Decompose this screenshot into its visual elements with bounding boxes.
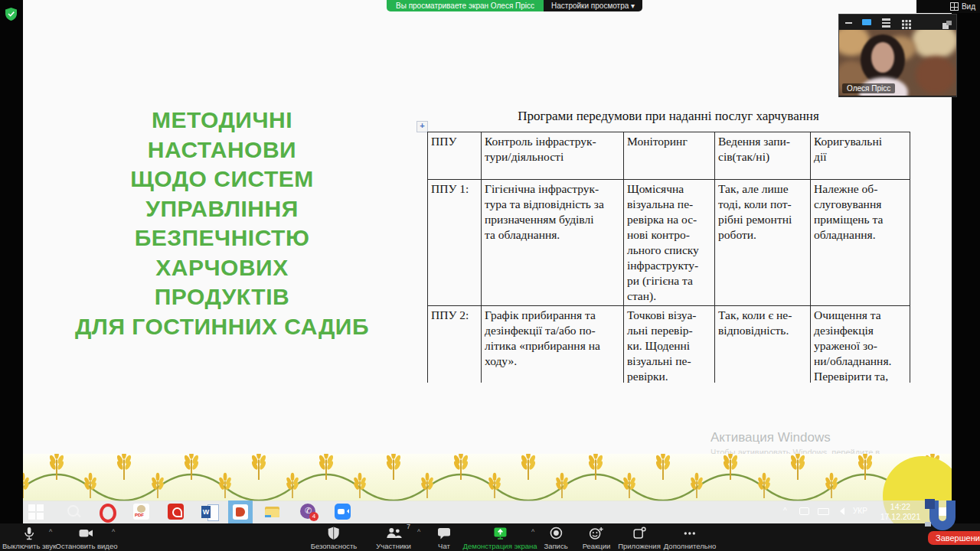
- participant-video-panel: Олеся Прісс: [838, 14, 957, 97]
- encryption-shield-icon[interactable]: [5, 8, 17, 24]
- table-cell: Так, але лише тоді, коли пот- рібні ремо…: [715, 180, 811, 306]
- table-cell: Графік прибирання та дезінфекції та/або …: [482, 306, 624, 383]
- screen-share-banner: Вы просматриваете экран Олеся Прісс Наст…: [387, 0, 642, 11]
- speaker-view-icon[interactable]: [862, 19, 871, 25]
- mute-options-chevron[interactable]: ^: [49, 528, 52, 536]
- tray-chat-icon[interactable]: [799, 507, 809, 515]
- participants-button[interactable]: 7 Участники: [376, 526, 410, 550]
- apps-button[interactable]: Приложения: [618, 526, 661, 550]
- table-cell: Очищення та дезінфекція ураженої зо- ни/…: [811, 306, 910, 383]
- windows-activation-watermark: Активация Windows: [710, 430, 831, 445]
- powerpoint-taskbar-active[interactable]: [228, 500, 253, 523]
- adobe-acrobat-icon[interactable]: [167, 503, 185, 521]
- share-options-chevron[interactable]: ^: [531, 528, 534, 536]
- caret-down-icon: ▾: [631, 2, 635, 10]
- table-header-cell: Контроль інфраструк- тури/діяльності: [482, 132, 624, 180]
- table-cell: Щомісячна візуальна пе- ревірка на ос- н…: [624, 180, 715, 306]
- strip-view-icon[interactable]: [882, 18, 890, 28]
- table-header-cell: Ведення запи- сів(так/ні): [715, 132, 811, 180]
- table-cell: ППУ 1:: [428, 180, 482, 306]
- tray-battery-icon[interactable]: [818, 508, 829, 515]
- participant-name-label: Олеся Прісс: [842, 83, 895, 93]
- zoom-meeting-window: МЕТОДИЧНІ НАСТАНОВИ ЩОДО СИСТЕМ УПРАВЛІН…: [0, 0, 980, 551]
- video-panel-controls: [839, 15, 956, 30]
- security-button[interactable]: Безопасность: [311, 526, 358, 550]
- start-button-icon[interactable]: [27, 503, 45, 521]
- table-cell: Так, коли є не- відповідність.: [715, 306, 811, 383]
- tray-expand-icon[interactable]: ^: [783, 507, 787, 515]
- taskbar-clock[interactable]: 14:22 17.12.2021: [879, 502, 922, 522]
- zoom-toolbar: Выключить звук ^ Остановить видео ^ Безо…: [0, 523, 980, 551]
- windows-taskbar: PDF W: [23, 500, 952, 523]
- file-explorer-icon[interactable]: [263, 503, 282, 521]
- end-meeting-button[interactable]: Завершение: [928, 531, 980, 545]
- zoom-app-icon[interactable]: [334, 503, 352, 521]
- tray-speaker-icon[interactable]: [836, 507, 844, 515]
- more-button[interactable]: Дополнительно: [664, 526, 716, 550]
- shared-screen: МЕТОДИЧНІ НАСТАНОВИ ЩОДО СИСТЕМ УПРАВЛІН…: [23, 0, 952, 523]
- participants-options-chevron[interactable]: ^: [417, 528, 420, 536]
- table-title: Програми передумови при наданні послуг х…: [427, 109, 910, 124]
- table-header-cell: Коригувальні дії: [811, 132, 910, 180]
- table-row: ППУ 1: Гігієнічна інфраструк- тура та ві…: [428, 180, 910, 306]
- opera-browser-icon[interactable]: [98, 503, 116, 521]
- table-header-cell: Моніторинг: [624, 132, 715, 180]
- minimize-video-icon[interactable]: [845, 22, 852, 24]
- reactions-button[interactable]: Реакции: [583, 526, 611, 550]
- participants-count-badge: 7: [407, 523, 410, 530]
- table-move-handle-icon: +: [416, 121, 428, 132]
- prerequisite-programs-table: ППУ Контроль інфраструк- тури/діяльності…: [427, 132, 910, 383]
- table-cell: Гігієнічна інфраструк- тура та відповідн…: [482, 180, 624, 306]
- table-cell: Точкові візуа- льні перевір- ки. Щоденні…: [624, 306, 715, 383]
- participant-video: Олеся Прісс: [839, 30, 956, 96]
- slide-title: МЕТОДИЧНІ НАСТАНОВИ ЩОДО СИСТЕМ УПРАВЛІН…: [42, 106, 402, 341]
- view-options-dropdown[interactable]: Настройки просмотра ▾: [544, 0, 642, 11]
- record-button[interactable]: Запись: [544, 526, 567, 550]
- ms-word-icon[interactable]: W: [201, 503, 219, 521]
- video-options-chevron[interactable]: ^: [112, 528, 115, 536]
- stop-video-button[interactable]: Остановить видео: [56, 526, 118, 550]
- chat-button[interactable]: Чат: [436, 526, 452, 550]
- viber-badge: 4: [309, 512, 318, 521]
- search-icon[interactable]: [64, 503, 83, 521]
- table-header-cell: ППУ: [428, 132, 482, 180]
- table-cell: Належне об- слуговування приміщень та об…: [811, 180, 910, 306]
- viber-icon[interactable]: ✆ 4: [299, 503, 318, 521]
- person-face: [871, 42, 894, 73]
- viewing-status-badge: Вы просматриваете экран Олеся Прісс: [387, 0, 544, 11]
- share-screen-button[interactable]: Демонстрация экрана: [462, 526, 537, 550]
- mute-button[interactable]: Выключить звук: [2, 526, 56, 550]
- table-row: ППУ 2: Графік прибирання та дезінфекції …: [428, 306, 910, 383]
- wheat-border-decoration: [23, 454, 952, 501]
- view-menu-button[interactable]: Вид: [916, 0, 980, 13]
- view-layout-icon: [950, 2, 959, 11]
- table-cell: ППУ 2:: [428, 306, 482, 383]
- tray-language[interactable]: УКР: [853, 507, 867, 515]
- pdf-viewer-icon[interactable]: PDF: [132, 503, 151, 521]
